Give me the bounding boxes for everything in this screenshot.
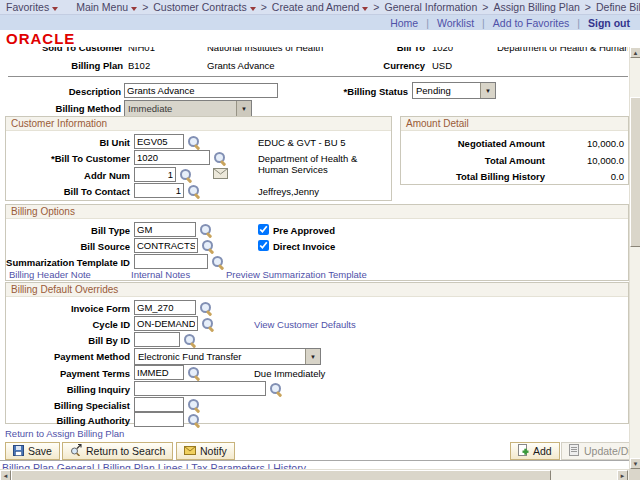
breadcrumb: Favorites Main Menu > Customer Contracts… (0, 0, 640, 15)
payment-method-value: Electronic Fund Transfer (135, 349, 305, 364)
sign-out-link[interactable]: Sign out (588, 17, 630, 29)
negotiated-amount-value: 10,000.0 (587, 138, 624, 149)
add-button[interactable]: Add (510, 442, 560, 460)
preview-summarization-template-link[interactable]: Preview Summarization Template (226, 269, 367, 280)
divider (8, 76, 628, 77)
bi-unit-lookup-icon[interactable] (187, 135, 201, 149)
internal-notes-link[interactable]: Internal Notes (131, 269, 190, 280)
bill-type-lookup-icon[interactable] (199, 223, 213, 237)
vertical-scroll-thumb[interactable] (630, 97, 640, 247)
bill-source-input[interactable] (134, 238, 198, 253)
link-separator: | (426, 17, 429, 29)
direct-invoice-checkbox[interactable] (258, 240, 269, 251)
home-link[interactable]: Home (390, 17, 418, 29)
crumb-assign-billing-plan[interactable]: Assign Billing Plan (493, 1, 579, 13)
add-label: Add (533, 445, 552, 457)
crumb-customer-contracts[interactable]: Customer Contracts (153, 1, 255, 13)
bill-to-customer-lookup-icon[interactable] (213, 151, 227, 165)
direct-invoice-label: Direct Invoice (273, 241, 335, 252)
description-input[interactable] (124, 83, 278, 98)
sold-to-customer-name: National Institutes of Health (207, 47, 323, 53)
view-customer-defaults-link[interactable]: View Customer Defaults (254, 319, 356, 330)
bill-source-lookup-icon[interactable] (201, 239, 215, 253)
scroll-up-icon[interactable]: ▲ (630, 47, 640, 58)
horizontal-scroll-thumb[interactable] (11, 470, 551, 480)
breadcrumb-separator: > (482, 1, 488, 13)
vertical-scrollbar: ▲ ▼ (629, 47, 640, 469)
total-amount-value: 10,000.0 (587, 155, 624, 166)
cycle-id-input[interactable] (134, 316, 198, 331)
favorites-label: Favorites (6, 1, 49, 13)
total-billing-history-value: 0.0 (611, 171, 624, 182)
payment-terms-desc: Due Immediately (254, 368, 325, 379)
billing-inquiry-lookup-icon[interactable] (269, 382, 283, 396)
billing-inquiry-input[interactable] (134, 381, 266, 396)
invoice-form-lookup-icon[interactable] (199, 301, 213, 315)
scroll-left-icon[interactable]: ◄ (0, 470, 11, 480)
bill-to-contact-lookup-icon[interactable] (187, 184, 201, 198)
cycle-id-lookup-icon[interactable] (201, 317, 215, 331)
summarization-template-id-input[interactable] (134, 254, 208, 269)
payment-terms-lookup-icon[interactable] (187, 366, 201, 380)
billing-status-select[interactable]: Pending ▼ (412, 82, 496, 99)
summarization-template-id-lookup-icon[interactable] (211, 255, 225, 269)
bill-source-label: Bill Source (6, 241, 130, 252)
billing-plan-label: Billing Plan (0, 60, 123, 71)
billing-authority-lookup-icon[interactable] (187, 413, 201, 427)
chevron-down-icon (52, 7, 58, 11)
worklist-link[interactable]: Worklist (437, 17, 474, 29)
bill-to-customer-input[interactable] (134, 150, 210, 165)
bill-type-input[interactable] (134, 222, 196, 237)
billing-default-overrides-section: Billing Default Overrides Invoice Form C… (5, 282, 629, 424)
payment-terms-label: Payment Terms (6, 368, 130, 379)
bill-to-label: Bill To (380, 47, 425, 53)
bill-to-customer-label: *Bill To Customer (6, 153, 130, 164)
favorites-menu[interactable]: Favorites (6, 1, 58, 13)
billing-inquiry-label: Billing Inquiry (6, 384, 130, 395)
main-menu[interactable]: Main Menu (76, 1, 137, 13)
billing-header-note-link[interactable]: Billing Header Note (9, 269, 91, 280)
notify-button[interactable]: Notify (176, 442, 235, 460)
billing-specialist-lookup-icon[interactable] (187, 398, 201, 412)
save-label: Save (28, 445, 52, 457)
description-label: Description (0, 86, 121, 97)
crumb-define-billing-plan[interactable]: Define Billing Plan (596, 1, 640, 13)
crumb-general-information[interactable]: General Information (385, 1, 478, 13)
billing-authority-input[interactable] (134, 412, 184, 427)
update-display-icon (569, 444, 580, 458)
invoice-form-input[interactable] (134, 300, 196, 315)
payment-method-select[interactable]: Electronic Fund Transfer ▼ (134, 348, 321, 365)
envelope-icon[interactable] (213, 168, 228, 181)
pre-approved-checkbox[interactable] (258, 224, 269, 235)
billing-specialist-input[interactable] (134, 397, 184, 412)
save-button[interactable]: Save (5, 442, 60, 460)
billing-specialist-label: Billing Specialist (6, 400, 130, 411)
customer-information-title: Customer Information (6, 117, 391, 131)
return-to-search-label: Return to Search (86, 445, 165, 457)
addr-num-lookup-icon[interactable] (179, 168, 193, 182)
return-to-assign-billing-plan-link[interactable]: Return to Assign Billing Plan (5, 428, 124, 439)
scrollbar-corner (629, 469, 640, 480)
scroll-right-icon[interactable]: ► (617, 470, 628, 480)
addr-num-input[interactable] (134, 167, 176, 182)
billing-status-value: Pending (413, 83, 480, 98)
summary-row-clipped: Sold To Customer NIH01 National Institut… (0, 47, 629, 57)
bill-to-contact-input[interactable] (134, 183, 184, 198)
bill-by-id-input[interactable] (134, 332, 180, 347)
breadcrumb-separator: > (585, 1, 591, 13)
header-links-bar: Home | Worklist | Add to Favorites | Sig… (0, 15, 640, 30)
link-separator: | (482, 17, 485, 29)
cycle-id-label: Cycle ID (6, 319, 130, 330)
billing-status-label: *Billing Status (300, 86, 408, 97)
crumb-create-and-amend[interactable]: Create and Amend (272, 1, 369, 13)
add-to-favorites-link[interactable]: Add to Favorites (493, 17, 569, 29)
payment-method-label: Payment Method (6, 351, 130, 362)
payment-terms-input[interactable] (134, 365, 184, 380)
chevron-down-icon (362, 7, 368, 11)
return-to-search-button[interactable]: Return to Search (62, 442, 173, 460)
oracle-logo: ORACLE (6, 30, 75, 47)
bill-to-contact-desc: Jeffreys,Jenny (258, 186, 319, 197)
bi-unit-input[interactable] (134, 134, 184, 149)
scroll-down-icon[interactable]: ▼ (630, 458, 640, 469)
bill-by-id-lookup-icon[interactable] (183, 333, 197, 347)
